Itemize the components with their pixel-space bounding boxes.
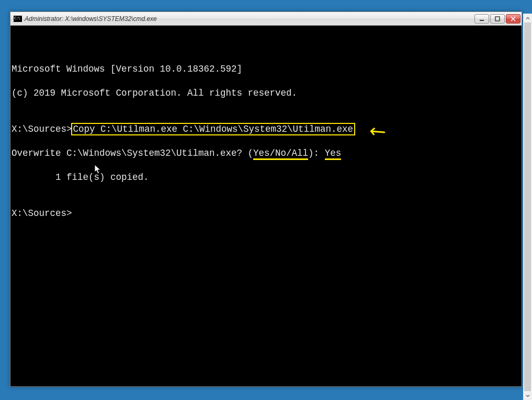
scroll-thumb[interactable] <box>524 22 531 391</box>
prompt: X:\Sources> <box>12 124 72 134</box>
close-button[interactable] <box>506 14 520 24</box>
svg-rect-1 <box>495 17 500 21</box>
maximize-button[interactable] <box>490 14 505 24</box>
output-line: X:\Sources> <box>12 208 512 220</box>
titlebar[interactable]: C:\ Administrator: X:\windows\SYSTEM32\c… <box>10 12 522 26</box>
cmd-icon: C:\ <box>14 16 22 22</box>
vertical-scrollbar[interactable] <box>523 14 532 400</box>
output-line: Microsoft Windows [Version 10.0.18362.59… <box>12 63 512 75</box>
overwrite-text: Overwrite C:\Windows\System32\Utilman.ex… <box>12 148 253 158</box>
output-line: Overwrite C:\Windows\System32\Utilman.ex… <box>12 147 512 159</box>
overwrite-options: Yes/No/All <box>253 148 308 160</box>
overwrite-close: ): <box>308 148 325 158</box>
chevron-up-icon <box>526 16 530 20</box>
window-controls <box>474 14 520 24</box>
highlighted-command: Copy C:\Utilman.exe C:\Windows\System32\… <box>71 123 356 135</box>
scroll-track[interactable] <box>523 22 532 391</box>
overwrite-answer: Yes <box>325 148 342 160</box>
cmd-window: C:\ Administrator: X:\windows\SYSTEM32\c… <box>10 12 522 387</box>
scroll-up-button[interactable] <box>523 14 532 22</box>
minimize-button[interactable] <box>474 14 489 24</box>
output-line: 1 file(s) copied. <box>12 172 512 184</box>
output-line: X:\Sources>Copy C:\Utilman.exe C:\Window… <box>12 123 512 135</box>
chevron-down-icon <box>526 394 530 398</box>
svg-rect-0 <box>480 20 484 21</box>
close-icon <box>511 16 516 21</box>
minimize-icon <box>479 16 484 21</box>
window-title: Administrator: X:\windows\SYSTEM32\cmd.e… <box>25 15 474 22</box>
terminal-area[interactable]: Microsoft Windows [Version 10.0.18362.59… <box>10 26 522 386</box>
scroll-down-button[interactable] <box>523 391 532 400</box>
output-line: (c) 2019 Microsoft Corporation. All righ… <box>12 87 512 99</box>
maximize-icon <box>495 16 500 21</box>
